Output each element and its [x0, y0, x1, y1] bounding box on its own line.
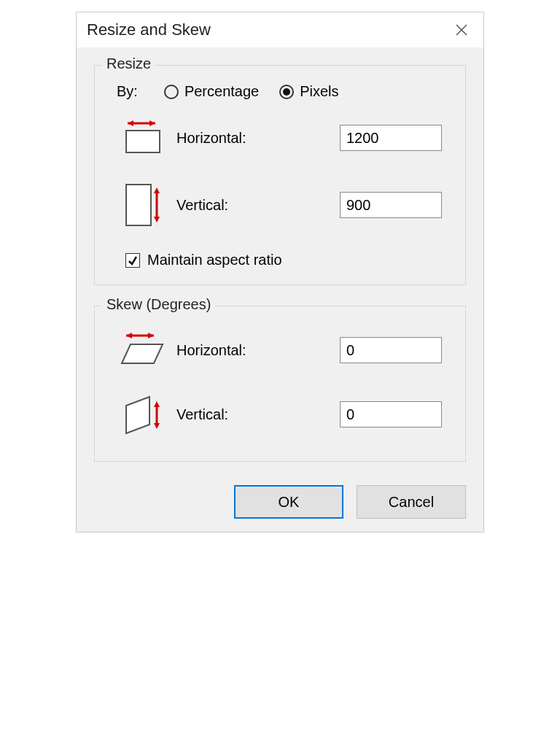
radio-percentage[interactable]: Percentage — [164, 83, 259, 100]
resize-horizontal-row: Horizontal: — [111, 117, 449, 158]
checkmark-icon — [128, 255, 138, 266]
svg-marker-17 — [154, 423, 160, 429]
radio-pixels-dot — [283, 88, 290, 96]
by-label: By: — [117, 83, 138, 100]
svg-marker-8 — [154, 187, 160, 193]
ok-button[interactable]: OK — [234, 485, 343, 519]
radio-percentage-circle — [164, 85, 179, 99]
radio-percentage-label: Percentage — [184, 83, 259, 100]
skew-legend: Skew (Degrees) — [102, 296, 215, 313]
svg-marker-3 — [128, 120, 133, 126]
resize-vertical-row: Vertical: — [111, 179, 449, 231]
resize-horizontal-input[interactable] — [340, 125, 442, 151]
resize-skew-dialog: Resize and Skew Resize By: Percentage — [76, 12, 484, 533]
skew-horizontal-input[interactable] — [340, 337, 442, 363]
resize-legend: Resize — [102, 55, 155, 72]
button-row: OK Cancel — [94, 482, 466, 519]
skew-vertical-row: Vertical: — [111, 391, 449, 438]
skew-horizontal-icon — [111, 330, 176, 371]
resize-group: Resize By: Percentage Pixels — [94, 65, 466, 285]
cancel-button[interactable]: Cancel — [357, 485, 466, 519]
resize-by-row: By: Percentage Pixels — [111, 83, 449, 100]
cancel-button-label: Cancel — [389, 494, 434, 511]
svg-marker-14 — [126, 397, 149, 433]
svg-marker-4 — [149, 120, 155, 126]
dialog-body: Resize By: Percentage Pixels — [77, 47, 483, 532]
svg-rect-5 — [126, 131, 160, 152]
close-button[interactable] — [450, 18, 473, 42]
resize-horizontal-label: Horizontal: — [176, 130, 340, 147]
skew-horizontal-row: Horizontal: — [111, 330, 449, 371]
close-icon — [455, 23, 468, 36]
radio-pixels-label: Pixels — [300, 83, 338, 100]
svg-rect-6 — [126, 185, 151, 225]
svg-marker-9 — [154, 217, 160, 222]
skew-group: Skew (Degrees) Horizontal: — [94, 306, 466, 462]
svg-marker-13 — [122, 344, 163, 363]
resize-vertical-input[interactable] — [340, 192, 442, 218]
dialog-title: Resize and Skew — [87, 20, 211, 39]
skew-vertical-icon — [111, 391, 176, 438]
resize-horizontal-icon — [111, 117, 176, 158]
radio-pixels[interactable]: Pixels — [279, 83, 338, 100]
titlebar: Resize and Skew — [77, 12, 483, 47]
maintain-aspect-checkbox[interactable] — [125, 253, 140, 268]
ok-button-label: OK — [279, 494, 300, 511]
resize-vertical-label: Vertical: — [176, 197, 340, 214]
skew-vertical-input[interactable] — [340, 401, 442, 427]
maintain-aspect-label: Maintain aspect ratio — [147, 252, 282, 268]
radio-pixels-circle — [279, 85, 294, 99]
svg-marker-11 — [126, 333, 132, 338]
svg-marker-12 — [148, 333, 154, 338]
svg-marker-16 — [154, 401, 160, 407]
skew-vertical-label: Vertical: — [176, 406, 340, 423]
resize-vertical-icon — [111, 179, 176, 231]
maintain-aspect-row: Maintain aspect ratio — [125, 252, 449, 268]
skew-horizontal-label: Horizontal: — [176, 342, 340, 359]
